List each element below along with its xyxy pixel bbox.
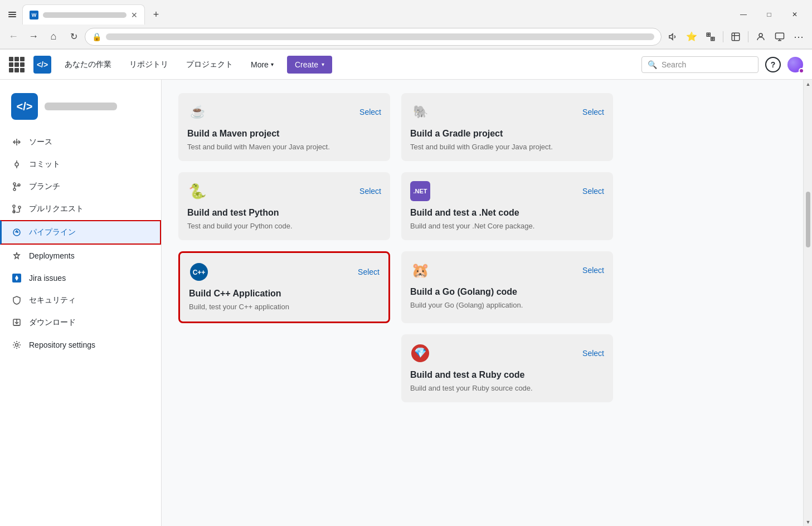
help-button[interactable]: ? <box>765 57 781 72</box>
golang-desc: Build your Go (Golang) application. <box>410 300 604 310</box>
favorites-icon[interactable]: ⭐ <box>683 28 701 46</box>
sidebar-item-jira[interactable]: Jira issues <box>0 267 161 289</box>
scroll-thumb[interactable] <box>806 192 810 247</box>
python-select-button[interactable]: Select <box>359 187 381 196</box>
card-cpp[interactable]: C++ Select Build C++ Application Build, … <box>178 251 390 323</box>
sidebar-item-pipeline[interactable]: パイプライン <box>0 220 161 245</box>
python-icon: 🐍 <box>187 181 207 201</box>
toolbar-divider2 <box>748 31 748 42</box>
profile-icon[interactable] <box>752 28 770 46</box>
nav-item-projects[interactable]: プロジェクト <box>182 56 237 73</box>
address-bar[interactable]: 🔒 <box>85 28 662 46</box>
cpp-icon: C++ <box>189 262 209 282</box>
pullrequest-icon <box>11 203 22 215</box>
translate-icon[interactable] <box>702 28 719 46</box>
browser-toolbar: ← → ⌂ ↻ 🔒 ⭐ <box>0 25 812 49</box>
extensions-icon[interactable] <box>727 28 745 46</box>
python-desc: Test and build your Python code. <box>187 221 381 231</box>
gradle-select-button[interactable]: Select <box>582 108 604 116</box>
svg-rect-2 <box>8 16 16 17</box>
browser-tab-active[interactable]: W ✕ <box>22 4 145 25</box>
forward-button[interactable]: → <box>25 28 42 46</box>
tab-close-icon[interactable]: ✕ <box>131 11 138 20</box>
ruby-desc: Build and test your Ruby source code. <box>410 383 604 393</box>
maximize-button[interactable]: □ <box>756 4 782 25</box>
cpp-select-button[interactable]: Select <box>358 267 380 276</box>
sidebar-item-download[interactable]: ダウンロード <box>0 311 161 334</box>
card-python[interactable]: 🐍 Select Build and test Python Test and … <box>178 172 390 240</box>
card-dotnet[interactable]: .NET Select Build and test a .Net code B… <box>401 172 613 240</box>
cpp-title: Build C++ Application <box>189 289 380 299</box>
close-button[interactable]: ✕ <box>782 4 808 25</box>
card-maven[interactable]: ☕ Select Build a Maven project Test and … <box>178 93 390 161</box>
sidebar-toggle[interactable] <box>4 7 20 22</box>
golang-icon: 🐹 <box>410 260 430 280</box>
sidebar-item-branch-label: ブランチ <box>29 182 60 192</box>
more-menu-icon[interactable]: ⋯ <box>790 28 808 46</box>
sidebar-item-pullrequest[interactable]: プルリクエスト <box>0 198 161 220</box>
maven-select-button[interactable]: Select <box>359 108 381 116</box>
dotnet-select-button[interactable]: Select <box>582 187 604 196</box>
pipeline-icon <box>11 227 22 238</box>
nav-item-repos[interactable]: リポジトリ <box>125 56 173 73</box>
refresh-button[interactable]: ↻ <box>65 28 82 46</box>
svg-rect-6 <box>776 33 784 39</box>
sidebar-item-source-label: ソース <box>29 137 52 147</box>
app-header: </> あなたの作業 リポジトリ プロジェクト More ▾ Create ▾ … <box>0 50 812 80</box>
read-aloud-icon[interactable] <box>664 28 682 46</box>
nav-item-mywork[interactable]: あなたの作業 <box>60 56 116 73</box>
card-gradle[interactable]: 🐘 Select Build a Gradle project Test and… <box>401 93 613 161</box>
sidebar-item-commit[interactable]: コミット <box>0 153 161 176</box>
logo-text: </> <box>37 60 48 69</box>
scrollbar[interactable]: ▲ ▼ <box>803 80 812 526</box>
sidebar-profile: </> <box>0 89 161 131</box>
card-maven-header: ☕ Select <box>187 102 381 122</box>
new-tab-button[interactable]: + <box>147 6 165 23</box>
card-golang[interactable]: 🐹 Select Build a Go (Golang) code Build … <box>401 251 613 323</box>
dotnet-icon: .NET <box>410 181 430 201</box>
branch-icon <box>11 181 22 192</box>
download-icon <box>11 317 22 328</box>
svg-point-10 <box>13 183 16 185</box>
app-logo[interactable]: </> <box>33 56 51 74</box>
scroll-up-arrow[interactable]: ▲ <box>804 80 812 89</box>
collection-icon[interactable] <box>771 28 789 46</box>
toolbar-divider <box>723 31 723 42</box>
settings-icon <box>11 339 22 350</box>
scroll-down-arrow[interactable]: ▼ <box>804 518 812 526</box>
sidebar-name-blur <box>45 103 117 110</box>
sidebar-item-deployments[interactable]: Deployments <box>0 245 161 267</box>
card-dotnet-header: .NET Select <box>410 181 604 201</box>
card-cpp-header: C++ Select <box>189 262 380 282</box>
svg-point-5 <box>759 33 762 37</box>
grid-menu-icon[interactable] <box>9 57 25 72</box>
source-icon <box>11 137 22 148</box>
user-avatar[interactable] <box>787 57 803 72</box>
sidebar-item-download-label: ダウンロード <box>29 318 76 328</box>
create-label: Create <box>295 60 318 69</box>
golang-select-button[interactable]: Select <box>582 266 604 275</box>
ruby-select-button[interactable]: Select <box>582 349 604 358</box>
card-ruby[interactable]: 💎 Select Build and test a Ruby code Buil… <box>401 334 613 402</box>
toolbar-right-icons: ⭐ ⋯ <box>664 28 808 46</box>
address-text-blur <box>106 33 654 40</box>
cpp-desc: Build, test your C++ application <box>189 302 380 312</box>
home-button[interactable]: ⌂ <box>45 28 62 46</box>
more-nav-button[interactable]: More ▾ <box>246 57 278 72</box>
sidebar-item-branch[interactable]: ブランチ <box>0 176 161 198</box>
deployments-icon <box>11 250 22 261</box>
search-placeholder: Search <box>662 60 686 69</box>
sidebar-item-source[interactable]: ソース <box>0 131 161 153</box>
minimize-button[interactable]: — <box>731 4 756 25</box>
create-button[interactable]: Create ▾ <box>287 56 332 74</box>
dotnet-title: Build and test a .Net code <box>410 208 604 218</box>
sidebar-item-jira-label: Jira issues <box>29 274 66 283</box>
content-area: ☕ Select Build a Maven project Test and … <box>162 80 803 526</box>
back-button[interactable]: ← <box>4 28 22 46</box>
search-input[interactable]: 🔍 Search <box>641 56 758 73</box>
sidebar-item-security[interactable]: セキュリティ <box>0 289 161 311</box>
sidebar-item-settings-label: Repository settings <box>29 340 95 349</box>
maven-desc: Test and build with Maven your Java proj… <box>187 142 381 152</box>
help-label: ? <box>771 60 776 69</box>
sidebar-item-settings[interactable]: Repository settings <box>0 334 161 356</box>
